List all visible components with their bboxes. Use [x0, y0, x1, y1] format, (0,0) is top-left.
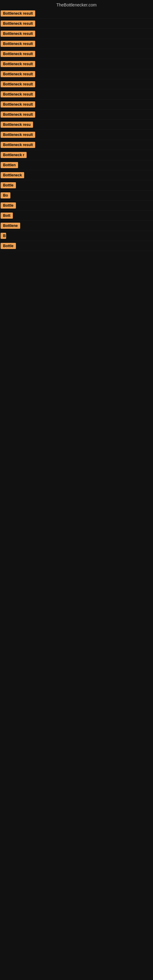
site-title-container: TheBottlenecker.com [0, 0, 153, 9]
list-item: Bottle [0, 241, 153, 251]
bottleneck-result-badge[interactable]: Bottleneck result [1, 142, 35, 148]
list-item: Bottleneck result [0, 100, 153, 110]
bottleneck-result-badge[interactable]: Bottleneck result [1, 132, 35, 138]
list-item: Bottleneck result [0, 29, 153, 39]
list-item: Bottleneck result [0, 130, 153, 140]
list-item: Bottleneck result [0, 110, 153, 120]
list-item: Bottlene [0, 221, 153, 231]
bottleneck-result-badge[interactable]: Bottle [1, 243, 16, 249]
bottleneck-result-badge[interactable]: Bottleneck result [1, 51, 35, 57]
list-item: Bottleneck result [0, 140, 153, 150]
rows-container: Bottleneck resultBottleneck resultBottle… [0, 9, 153, 251]
list-item: Bott [0, 211, 153, 221]
bottleneck-result-badge[interactable]: Bottleneck result [1, 111, 35, 118]
bottleneck-result-badge[interactable]: Bottleneck r [1, 152, 27, 158]
list-item: Bottleneck result [0, 39, 153, 49]
list-item: Bottleneck result [0, 79, 153, 89]
bottleneck-result-badge[interactable]: Bottleneck result [1, 10, 35, 16]
bottleneck-result-badge[interactable]: Bott [1, 213, 13, 219]
list-item: Bottleneck result [0, 9, 153, 19]
bottleneck-result-badge[interactable]: Bottleneck result [1, 71, 35, 77]
bottleneck-result-badge[interactable]: Bottleneck result [1, 41, 35, 47]
list-item: B [0, 231, 153, 241]
bottleneck-result-badge[interactable]: Bottle [1, 202, 16, 208]
bottleneck-result-badge[interactable]: Bottleneck result [1, 61, 35, 67]
bottleneck-result-badge[interactable]: Bottlen [1, 162, 18, 168]
bottleneck-result-badge[interactable]: Bottleneck result [1, 91, 35, 97]
list-item: Bottleneck [0, 170, 153, 180]
bottleneck-result-badge[interactable]: Bottleneck result [1, 101, 35, 108]
bottleneck-result-badge[interactable]: Bottle [1, 182, 16, 188]
bottleneck-result-badge[interactable]: Bo [1, 192, 10, 199]
list-item: Bottlen [0, 160, 153, 170]
list-item: Bottleneck result [0, 69, 153, 79]
bottleneck-result-badge[interactable]: B [1, 233, 6, 239]
list-item: Bottleneck result [0, 49, 153, 59]
bottleneck-result-badge[interactable]: Bottleneck result [1, 21, 35, 27]
list-item: Bottle [0, 180, 153, 191]
site-title: TheBottlenecker.com [0, 0, 153, 9]
list-item: Bottleneck r [0, 150, 153, 160]
bottleneck-result-badge[interactable]: Bottleneck result [1, 81, 35, 87]
bottleneck-result-badge[interactable]: Bottlene [1, 223, 20, 229]
list-item: Bottle [0, 200, 153, 211]
list-item: Bottleneck resu [0, 120, 153, 130]
bottleneck-result-badge[interactable]: Bottleneck [1, 172, 24, 178]
list-item: Bottleneck result [0, 89, 153, 100]
bottleneck-result-badge[interactable]: Bottleneck result [1, 30, 35, 37]
bottleneck-result-badge[interactable]: Bottleneck resu [1, 122, 33, 128]
list-item: Bottleneck result [0, 19, 153, 29]
list-item: Bottleneck result [0, 59, 153, 69]
list-item: Bo [0, 191, 153, 200]
